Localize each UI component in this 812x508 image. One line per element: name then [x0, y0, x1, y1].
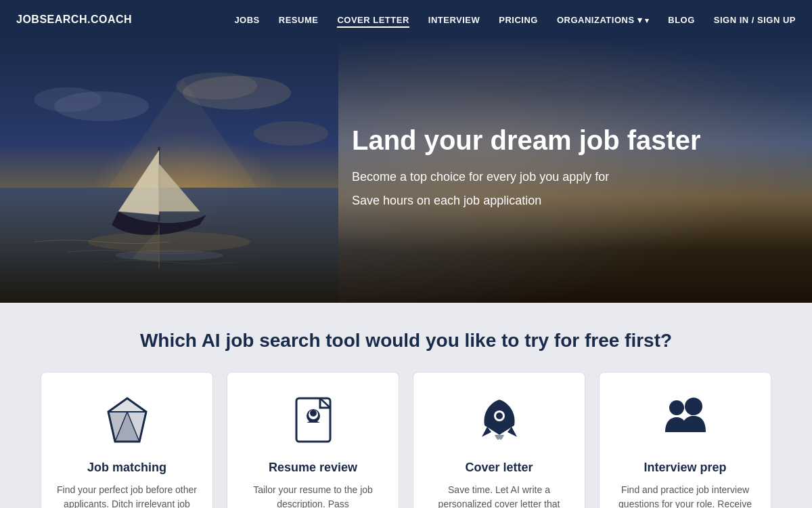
- tool-desc-job-matching: Find your perfect job before other appli…: [55, 483, 199, 508]
- svg-marker-14: [108, 398, 146, 412]
- svg-point-31: [310, 410, 317, 417]
- hero-sailboat-illustration: [0, 39, 338, 303]
- nav-item-interview[interactable]: INTERVIEW: [428, 14, 480, 26]
- hero-content: Land your dream job faster Become a top …: [352, 124, 701, 217]
- people-icon: [658, 393, 713, 447]
- tool-card-resume-review[interactable]: Resume review Tailor your resume to the …: [227, 372, 399, 508]
- tools-section-title: Which AI job search tool would you like …: [41, 330, 771, 352]
- hero-headline: Land your dream job faster: [352, 124, 701, 156]
- tools-grid: Job matching Find your perfect job befor…: [41, 372, 771, 508]
- tool-desc-interview-prep: Find and practice job interview question…: [613, 483, 757, 508]
- tool-title-resume-review: Resume review: [241, 461, 385, 475]
- nav-item-cover-letter[interactable]: COVER LETTER: [337, 14, 409, 26]
- nav-item-jobs[interactable]: JOBS: [234, 14, 259, 26]
- nav-item-organizations[interactable]: ORGANIZATIONS ▾: [557, 14, 649, 26]
- svg-point-34: [669, 400, 684, 415]
- svg-point-35: [685, 398, 702, 415]
- tool-title-job-matching: Job matching: [55, 461, 199, 475]
- tools-section: Which AI job search tool would you like …: [0, 303, 812, 508]
- nav-item-pricing[interactable]: PRICING: [499, 14, 538, 26]
- nav-item-resume[interactable]: RESUME: [279, 14, 319, 26]
- tool-title-cover-letter: Cover letter: [427, 461, 571, 475]
- tool-title-interview-prep: Interview prep: [613, 461, 757, 475]
- resume-icon: [286, 393, 340, 447]
- hero-subline1: Become a top choice for every job you ap…: [352, 170, 701, 184]
- svg-point-6: [254, 121, 328, 146]
- navbar: JOBSEARCH.COACH JOBS RESUME COVER LETTER…: [0, 0, 812, 39]
- diamond-icon: [100, 393, 154, 447]
- hero-section: Land your dream job faster Become a top …: [0, 39, 812, 303]
- tool-card-interview-prep[interactable]: Interview prep Find and practice job int…: [599, 372, 771, 508]
- tool-desc-cover-letter: Save time. Let AI write a personalized c…: [427, 483, 571, 508]
- tool-desc-resume-review: Tailor your resume to the job descriptio…: [241, 483, 385, 508]
- hero-subline2: Save hours on each job application: [352, 194, 701, 208]
- nav-item-blog[interactable]: BLOG: [668, 14, 695, 26]
- rocket-icon: [472, 393, 526, 447]
- tool-card-cover-letter[interactable]: Cover letter Save time. Let AI write a p…: [413, 372, 585, 508]
- nav-item-signin[interactable]: SIGN IN / SIGN UP: [714, 14, 796, 26]
- tool-card-job-matching[interactable]: Job matching Find your perfect job befor…: [41, 372, 213, 508]
- brand-logo[interactable]: JOBSEARCH.COACH: [16, 14, 132, 26]
- svg-point-33: [496, 412, 503, 419]
- nav-links: JOBS RESUME COVER LETTER INTERVIEW PRICI…: [234, 14, 796, 26]
- svg-point-5: [34, 87, 102, 112]
